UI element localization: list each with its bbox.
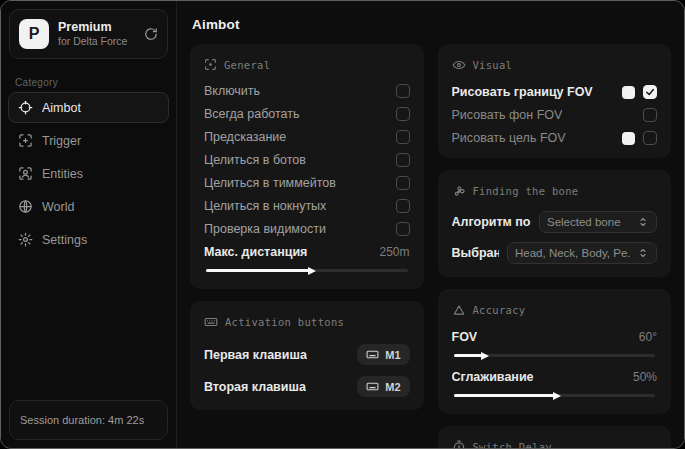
setting-row: Предсказание [204,130,410,144]
setting-row: Целиться в ботов [204,153,410,167]
gear-icon [18,232,33,247]
color-swatch[interactable] [622,132,635,145]
checkbox[interactable] [396,199,410,213]
brand-title: Premium [58,20,135,36]
eye-icon [452,58,466,72]
setting-label: Целиться в ботов [204,153,306,167]
slider-thumb[interactable] [553,392,561,400]
max-distance-slider[interactable] [206,269,408,272]
selected-bones-select[interactable]: Head, Neck, Body, Pe.. [507,242,657,264]
checkbox[interactable] [396,84,410,98]
switch-delay-card: Switch Delay Задержка переключения Задер… [438,426,672,448]
setting-label: Выбранные кос [452,246,500,260]
activation-card: Activation buttons Первая клавиша M1 [190,301,424,410]
session-duration: Session duration: 4m 22s [9,400,168,440]
setting-row: Рисовать фон FOV [452,108,658,122]
sidebar: P Premium for Delta Force Category Aimbo… [1,1,177,448]
sidebar-item-label: Entities [42,167,83,181]
keyboard-icon [204,315,218,329]
person-scan-icon [18,166,33,181]
chevrons-up-down-icon [637,247,649,259]
sidebar-menu: Aimbot Trigger Entities [1,92,176,255]
setting-row: Алгоритм поиска кост Selected bone [452,211,658,233]
setting-label: Включить [204,84,260,98]
setting-row: Целиться в нокнутых [204,199,410,213]
setting-row: Выбранные кос Head, Neck, Body, Pe.. [452,242,658,264]
general-card: General Включить Всегда работать Предска… [190,44,424,289]
left-column: General Включить Всегда работать Предска… [190,44,424,410]
main-content: Aimbot General Включить [177,1,684,448]
slider-row: Макс. дистанция 250m [204,245,410,259]
slider-label: FOV [452,330,478,344]
sync-icon[interactable] [144,27,158,41]
slider-row: Сглаживание 50% [452,370,658,384]
setting-row: Включить [204,84,410,98]
setting-row: Целиться в тиммейтов [204,176,410,190]
right-column: Visual Рисовать границу FOV Рисовать фон… [438,44,672,448]
category-label: Category [15,77,162,88]
visual-card: Visual Рисовать границу FOV Рисовать фон… [438,44,672,158]
keybind-label: Первая клавиша [204,348,307,362]
app-window: P Premium for Delta Force Category Aimbo… [0,0,685,449]
setting-label: Предсказание [204,130,286,144]
bone-algorithm-select[interactable]: Selected bone [539,211,657,233]
sidebar-item-entities[interactable]: Entities [8,158,169,189]
keybind-label: Вторая клавиша [204,380,306,394]
setting-label: Проверка видимости [204,222,326,236]
keybind-button-m2[interactable]: M2 [357,376,409,397]
check-icon [645,87,655,97]
smoothing-slider[interactable] [454,394,656,397]
setting-row: Рисовать цель FOV [452,131,658,145]
setting-row: Рисовать границу FOV [452,85,658,99]
sidebar-item-trigger[interactable]: Trigger [8,125,169,156]
slider-label: Макс. дистанция [204,245,307,259]
setting-row: Всегда работать [204,107,410,121]
checkbox[interactable] [396,176,410,190]
section-title: Visual [473,59,513,71]
brand-subtitle: for Delta Force [58,35,135,48]
fov-slider[interactable] [454,354,656,357]
setting-row: Проверка видимости [204,222,410,236]
page-title: Aimbot [190,12,671,44]
keybind-button-m1[interactable]: M1 [357,344,409,365]
keybind-row: Вторая клавиша M2 [204,376,410,397]
brand-logo: P [19,19,49,49]
checkbox[interactable] [396,107,410,121]
checkbox[interactable] [396,153,410,167]
slider-value: 50% [633,370,657,384]
timer-icon [452,440,466,448]
setting-label: Всегда работать [204,107,300,121]
setting-label: Рисовать границу FOV [452,85,593,99]
color-swatch[interactable] [622,86,635,99]
accuracy-card: Accuracy FOV 60° Сглаживание 50% [438,289,672,414]
checkbox[interactable] [643,108,657,122]
keyboard-icon [366,380,379,393]
section-title: Accuracy [473,304,526,316]
setting-label: Рисовать фон FOV [452,108,563,122]
keyboard-icon [366,348,379,361]
sidebar-item-settings[interactable]: Settings [8,224,169,255]
sidebar-item-aimbot[interactable]: Aimbot [8,92,169,123]
finding-bone-card: Finding the bone Алгоритм поиска кост Se… [438,170,672,277]
slider-thumb[interactable] [308,267,316,275]
keybind-row: Первая клавиша M1 [204,344,410,365]
section-title: Finding the bone [473,185,579,197]
checkbox[interactable] [643,131,657,145]
checkbox[interactable] [396,222,410,236]
sidebar-item-world[interactable]: World [8,191,169,222]
triangle-icon [452,303,466,317]
scan-icon [204,58,217,71]
checkbox[interactable] [643,85,657,99]
section-title: Switch Delay [473,441,552,448]
checkbox[interactable] [396,130,410,144]
trigger-scan-icon [18,133,33,148]
slider-label: Сглаживание [452,370,534,384]
section-title: General [224,59,270,71]
slider-thumb[interactable] [481,352,489,360]
setting-label: Целиться в нокнутых [204,199,326,213]
section-title: Activation buttons [225,316,344,328]
sidebar-item-label: World [42,200,74,214]
globe-icon [18,199,33,214]
setting-label: Целиться в тиммейтов [204,176,336,190]
crosshair-icon [18,100,33,115]
